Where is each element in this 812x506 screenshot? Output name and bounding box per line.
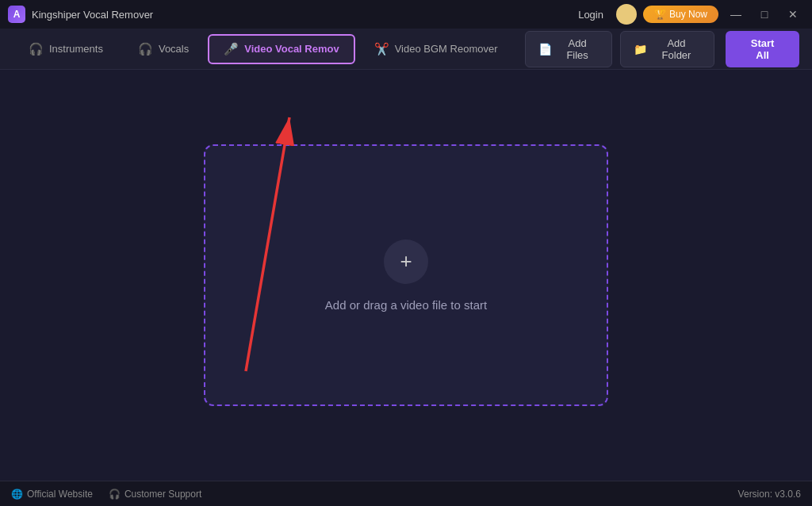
- login-button[interactable]: Login: [572, 6, 610, 23]
- add-plus-button[interactable]: +: [384, 240, 428, 284]
- tabbar: 🎧 Instruments 🎧 Vocals 🎤 Video Vocal Rem…: [0, 29, 812, 70]
- close-button[interactable]: ✕: [782, 3, 804, 25]
- tab-video-vocal-remov[interactable]: 🎤 Video Vocal Remov: [208, 34, 354, 64]
- main-content: + Add or drag a video file to start: [0, 70, 812, 481]
- official-website-link[interactable]: 🌐 Official Website: [11, 489, 93, 500]
- vocals-icon: 🎧: [138, 42, 153, 56]
- app-title: Kingshiper Vocal Remover: [32, 9, 572, 21]
- video-vocal-icon: 🎤: [224, 42, 239, 56]
- app-logo-icon: A: [8, 6, 25, 23]
- minimize-button[interactable]: —: [725, 3, 747, 25]
- buy-now-button[interactable]: 🏆 Buy Now: [643, 6, 718, 23]
- titlebar-controls: Login 🏆 Buy Now — □ ✕: [572, 3, 804, 25]
- dropzone[interactable]: + Add or drag a video file to start: [204, 144, 608, 406]
- instruments-icon: 🎧: [29, 42, 44, 56]
- start-all-button[interactable]: Start All: [726, 31, 799, 67]
- dropzone-prompt: Add or drag a video file to start: [325, 298, 487, 312]
- headset-icon: 🎧: [109, 489, 121, 500]
- tab-video-bgm-remover[interactable]: ✂️ Video BGM Reomover: [358, 34, 514, 64]
- globe-icon: 🌐: [11, 489, 23, 500]
- version-label: Version: v3.0.6: [738, 489, 801, 500]
- add-files-button[interactable]: 📄 Add Files: [525, 31, 612, 67]
- titlebar: A Kingshiper Vocal Remover Login 🏆 Buy N…: [0, 0, 812, 29]
- tab-vocals[interactable]: 🎧 Vocals: [122, 34, 205, 64]
- customer-support-link[interactable]: 🎧 Customer Support: [109, 489, 201, 500]
- trophy-icon: 🏆: [654, 9, 666, 20]
- tab-instruments[interactable]: 🎧 Instruments: [13, 34, 119, 64]
- add-files-icon: 📄: [538, 43, 552, 56]
- video-bgm-icon: ✂️: [374, 42, 389, 56]
- avatar: [616, 4, 637, 25]
- restore-button[interactable]: □: [753, 3, 776, 25]
- bottombar: 🌐 Official Website 🎧 Customer Support Ve…: [0, 481, 812, 506]
- add-folder-icon: 📁: [634, 43, 647, 56]
- add-folder-button[interactable]: 📁 Add Folder: [620, 31, 715, 67]
